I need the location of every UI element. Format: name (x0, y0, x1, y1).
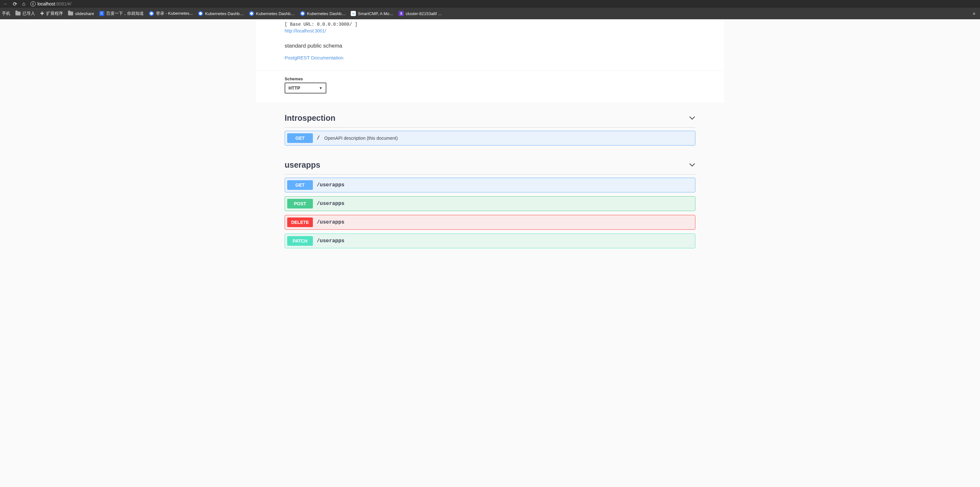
home-icon[interactable]: ⌂ (22, 1, 25, 7)
svg-marker-1 (199, 12, 202, 15)
bookmark-k8s-dash1[interactable]: Kubernetes Dashb… (198, 11, 244, 16)
svg-marker-3 (301, 12, 304, 15)
operation-get-[interactable]: GET/OpenAPI description (this document) (285, 131, 695, 145)
info-section: [ Base URL: 0.0.0.0:3000/ ] http://local… (256, 19, 724, 71)
tags-section: IntrospectionGET/OpenAPI description (th… (256, 102, 724, 259)
bookmark-overflow-icon[interactable]: » (973, 11, 978, 16)
bookmark-k8s-dash3[interactable]: Kubernetes Dashb… (300, 11, 346, 16)
api-description: standard public schema (285, 43, 695, 49)
smartcmp-icon: ∿ (351, 11, 356, 16)
operation-patch-userapps[interactable]: PATCH/userapps (285, 233, 695, 248)
info-icon[interactable]: i (30, 1, 36, 6)
puzzle-icon: ✚ (40, 11, 44, 16)
tag-title: Introspection (285, 113, 335, 123)
url-bar[interactable]: i localhost:8081/#/ (30, 1, 72, 6)
operation-path: /userapps (317, 182, 344, 188)
bookmark-import[interactable]: 已导入 (15, 11, 35, 16)
bookmarks-bar: 手机 已导入 ✚扩展程序 slideshare 百百度一下，你就知道 登录 - … (0, 8, 980, 19)
method-badge: POST (287, 199, 313, 209)
reload-icon[interactable]: ⟳ (13, 1, 17, 7)
chevron-down-icon (689, 115, 695, 121)
base-url: [ Base URL: 0.0.0.0:3000/ ] (285, 22, 695, 27)
method-badge: PATCH (287, 236, 313, 246)
operations-list: GET/OpenAPI description (this document) (285, 128, 695, 156)
chevron-down-icon (689, 161, 695, 168)
operation-get-userapps[interactable]: GET/userapps (285, 178, 695, 192)
folder-icon (15, 11, 21, 15)
tag-title: userapps (285, 160, 320, 169)
svg-marker-0 (150, 12, 153, 15)
operation-path: /userapps (317, 201, 344, 206)
schemes-section: Schemes HTTP ▼ (256, 71, 724, 102)
bookmark-baidu[interactable]: 百百度一下，你就知道 (99, 11, 144, 16)
bookmark-cluster[interactable]: Xcluster-82153a6f … (399, 11, 442, 16)
svg-marker-2 (250, 12, 253, 15)
bookmark-extensions[interactable]: ✚扩展程序 (40, 11, 63, 16)
bookmark-k8s-login[interactable]: 登录 - Kubernetes... (149, 11, 193, 16)
bookmark-smartcmp[interactable]: ∿SmartCMP, A Mo… (351, 11, 393, 16)
k8s-icon (300, 11, 305, 16)
operation-delete-userapps[interactable]: DELETE/userapps (285, 215, 695, 230)
schemes-selected-value: HTTP (288, 85, 301, 91)
tag-header-userapps[interactable]: userapps (285, 156, 695, 174)
forward-arrow-icon[interactable]: → (3, 1, 8, 7)
baidu-icon: 百 (99, 11, 104, 16)
documentation-link[interactable]: PostgREST Documentation (285, 55, 344, 61)
cluster-icon: X (399, 11, 404, 16)
operation-post-userapps[interactable]: POST/userapps (285, 196, 695, 211)
operations-list: GET/userappsPOST/userappsDELETE/userapps… (285, 174, 695, 259)
method-badge: DELETE (287, 217, 313, 227)
tag-header-introspection[interactable]: Introspection (285, 109, 695, 128)
operation-path: /userapps (317, 219, 344, 225)
operation-description: OpenAPI description (this document) (325, 136, 398, 141)
operation-path: /userapps (317, 238, 344, 244)
method-badge: GET (287, 133, 313, 143)
schemes-label: Schemes (285, 77, 695, 81)
k8s-icon (198, 11, 203, 16)
method-badge: GET (287, 180, 313, 190)
operation-path: / (317, 135, 320, 141)
bookmark-slideshare[interactable]: slideshare (68, 11, 94, 16)
api-link[interactable]: http://localhost:3001/ (285, 28, 326, 34)
bookmark-phone[interactable]: 手机 (2, 11, 10, 16)
bookmark-k8s-dash2[interactable]: Kubernetes Dashb… (249, 11, 295, 16)
url-text: localhost:8081/#/ (38, 1, 72, 6)
schemes-select[interactable]: HTTP ▼ (285, 83, 326, 94)
chevron-down-icon: ▼ (319, 86, 323, 90)
folder-icon (68, 11, 73, 15)
browser-toolbar: → ⟳ ⌂ i localhost:8081/#/ (0, 0, 980, 8)
k8s-icon (249, 11, 254, 16)
k8s-icon (149, 11, 154, 16)
main-content: [ Base URL: 0.0.0.0:3000/ ] http://local… (256, 19, 724, 271)
